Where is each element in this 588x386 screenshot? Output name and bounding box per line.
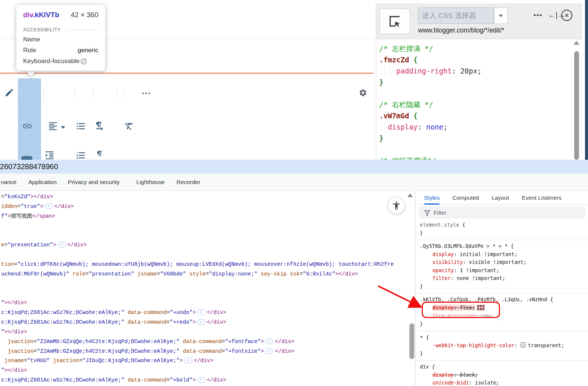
- accessibility-icon: [392, 201, 401, 211]
- role-label: Role: [23, 47, 36, 54]
- screenshot-root: •••: [0, 0, 588, 386]
- element-picker-icon: [388, 14, 402, 28]
- element-class: .kKlVTb: [33, 11, 59, 19]
- filter-funnel-icon: [424, 210, 430, 216]
- window-edge-strip: [585, 0, 588, 160]
- toolbar-more-icon[interactable]: •••: [142, 90, 151, 96]
- clear-formatting-icon[interactable]: [124, 121, 134, 131]
- toolbar-separator: [75, 88, 75, 98]
- css-extension-panel: ••• ←|→ ✕ www.blogger.com/blog/*/edit/* …: [376, 3, 582, 160]
- text-align-icon[interactable]: [48, 121, 58, 131]
- extension-header: ••• ←|→ ✕ www.blogger.com/blog/*/edit/*: [376, 3, 582, 39]
- accessibility-section-label: ACCESSIBILITY: [23, 27, 61, 32]
- elements-scrollbar-thumb[interactable]: [409, 323, 414, 359]
- filter-label: Filter: [434, 209, 446, 216]
- pencil-icon[interactable]: [4, 88, 14, 97]
- numbered-list-icon[interactable]: [76, 150, 86, 160]
- tab-recorder[interactable]: Recorder: [177, 179, 201, 186]
- scroll-up-arrow-icon[interactable]: [573, 41, 579, 45]
- toolbar-separator: [123, 88, 124, 98]
- not-focusable-icon: [80, 58, 87, 65]
- elements-panel[interactable]: ="ksKsZd"></div>idden="true">⋯</div>f">撰…: [0, 191, 415, 386]
- tab-performance-partial[interactable]: nance: [1, 179, 16, 186]
- tab-layout[interactable]: Layout: [492, 191, 509, 205]
- toolbar-chip: [21, 156, 32, 160]
- tab-event-listeners[interactable]: Event Listeners: [522, 191, 562, 205]
- inspect-tooltip: div.kKlVTb 42 × 360 ACCESSIBILITY Name R…: [16, 5, 105, 71]
- target-url: www.blogger.com/blog/*/edit/*: [418, 27, 504, 34]
- insert-link-icon[interactable]: [22, 121, 32, 131]
- annotation-red-box: [422, 302, 500, 318]
- selector-dropdown-button[interactable]: [494, 7, 507, 24]
- devtools-tab-bar: nance Application Privacy and security L…: [0, 174, 588, 191]
- toolbar-separator: [21, 88, 22, 98]
- name-label: Name: [23, 36, 40, 43]
- close-icon[interactable]: ✕: [561, 10, 572, 21]
- extension-scrollbar-thumb[interactable]: [574, 51, 579, 160]
- elements-scroll-up-icon[interactable]: [407, 193, 414, 199]
- keyboard-focusable-label: Keyboard-focusable: [23, 57, 79, 65]
- tab-computed[interactable]: Computed: [452, 191, 479, 205]
- toolbar-separator: [44, 88, 44, 98]
- tooltip-element: div.kKlVTb: [23, 11, 59, 19]
- toolbar-separator: [93, 88, 93, 98]
- element-size: 42 × 360: [71, 11, 99, 19]
- tab-privacy-and-security[interactable]: Privacy and security: [68, 179, 120, 186]
- align-dropdown-caret-icon[interactable]: [61, 126, 65, 129]
- paragraph-icon[interactable]: [95, 150, 105, 160]
- toolbar-separator: [117, 88, 117, 98]
- element-tag: div: [23, 11, 33, 19]
- role-value: generic: [78, 47, 98, 54]
- more-options-icon[interactable]: •••: [534, 12, 543, 19]
- devtools-title: 326073288478960: [0, 160, 588, 174]
- gear-icon[interactable]: [359, 88, 367, 97]
- bulleted-list-icon[interactable]: [76, 121, 86, 131]
- styles-sidebar: Styles Computed Layout Event Listeners F…: [415, 191, 588, 386]
- annotation-red-arrow: [374, 282, 426, 312]
- element-picker-button[interactable]: [380, 9, 410, 34]
- tab-styles[interactable]: Styles: [424, 191, 440, 205]
- inspect-guide-line: [0, 73, 374, 74]
- caret-down-icon: [499, 15, 503, 17]
- tab-lighthouse[interactable]: Lighthouse: [136, 179, 165, 186]
- css-code-editor[interactable]: /* 左栏撑满 */.fmzcZd { padding-right: 20px;…: [376, 39, 582, 160]
- devtools-title-bar: 326073288478960: [0, 160, 588, 174]
- section-divider: [65, 30, 98, 30]
- styles-tab-bar: Styles Computed Layout Event Listeners: [415, 191, 588, 205]
- accessibility-fab-button[interactable]: [388, 197, 405, 214]
- paragraph-direction-icon[interactable]: [94, 121, 104, 131]
- inspected-page-area: •••: [0, 0, 588, 160]
- tab-application[interactable]: Application: [28, 179, 57, 186]
- indent-increase-icon[interactable]: [44, 150, 55, 160]
- css-selector-input[interactable]: [418, 7, 494, 24]
- styles-filter-input[interactable]: Filter: [419, 206, 585, 219]
